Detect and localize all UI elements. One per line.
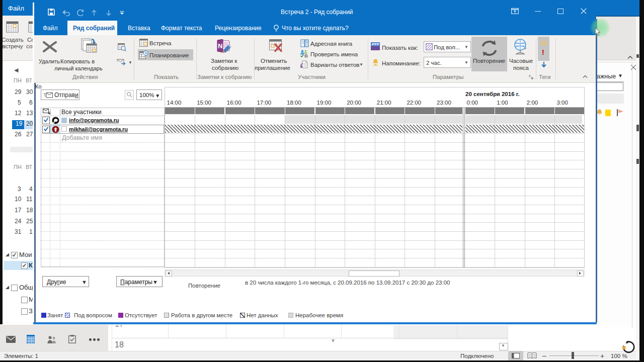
svg-text:@: @ [305, 54, 309, 58]
svg-text:N: N [218, 42, 222, 50]
